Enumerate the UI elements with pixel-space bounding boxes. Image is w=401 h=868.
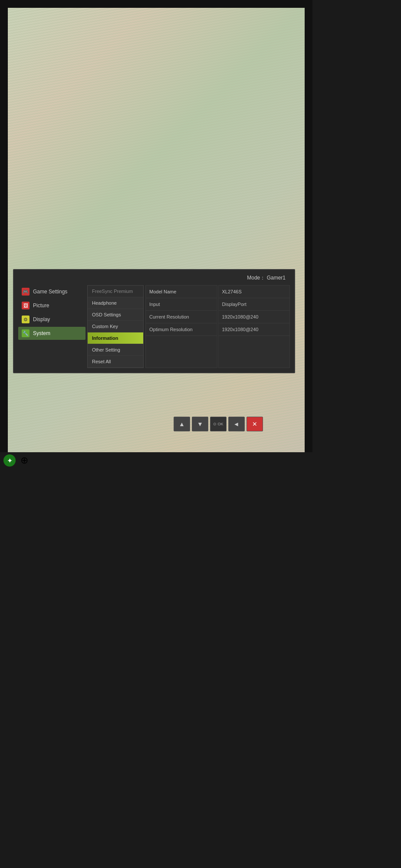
nav-system-label: System — [33, 330, 50, 336]
submenu-freesync-label: FreeSync Premium — [92, 289, 133, 294]
submenu-other-setting-label: Other Setting — [92, 347, 120, 352]
taskbar: ✦ ⊕ — [0, 452, 312, 469]
submenu-information-label: Information — [92, 335, 118, 341]
submenu-custom-key-label: Custom Key — [92, 324, 118, 329]
monitor-background — [0, 0, 312, 469]
info-labels-col: Model Name Input Current Resolution Opti… — [145, 285, 217, 368]
optimum-resolution-value: 1920x1080@240 — [219, 323, 290, 336]
info-panels: Model Name Input Current Resolution Opti… — [145, 285, 290, 368]
submenu-panel: FreeSync Premium Headphone OSD Settings … — [87, 285, 144, 368]
display-icon: ⚙ — [22, 316, 30, 323]
mode-bar: Mode： Gamer1 — [18, 274, 290, 282]
submenu-freesync[interactable]: FreeSync Premium — [88, 286, 143, 297]
game-settings-icon: 🎮 — [22, 288, 30, 296]
bottom-panel — [0, 469, 312, 868]
nav-system[interactable]: 🔧 System — [18, 327, 85, 340]
submenu-osd-settings[interactable]: OSD Settings — [88, 309, 143, 321]
nav-picture[interactable]: 🖼 Picture — [18, 299, 85, 312]
nav-game-settings[interactable]: 🎮 Game Settings — [18, 285, 85, 298]
mode-label: Mode： — [247, 275, 265, 281]
submenu-information[interactable]: Information — [88, 332, 143, 344]
osd-menu: Mode： Gamer1 🎮 Game Settings 🖼 Picture ⚙… — [13, 269, 295, 373]
nav-down-button[interactable]: ▼ — [192, 417, 208, 431]
nav-display[interactable]: ⚙ Display — [18, 313, 85, 326]
osd-nav-buttons: ▲ ▼ ⊙ OK ◄ ✕ — [174, 417, 263, 431]
submenu-headphone-label: Headphone — [92, 300, 117, 306]
submenu-osd-settings-label: OSD Settings — [92, 312, 121, 317]
current-resolution-value: 1920x1080@240 — [219, 311, 290, 323]
nav-game-settings-label: Game Settings — [33, 289, 67, 295]
current-resolution-label: Current Resolution — [146, 311, 217, 323]
osd-content: 🎮 Game Settings 🖼 Picture ⚙ Display 🔧 Sy… — [18, 285, 290, 368]
input-value: DisplayPort — [219, 298, 290, 311]
nav-left-button[interactable]: ◄ — [228, 417, 245, 431]
submenu-other-setting[interactable]: Other Setting — [88, 344, 143, 356]
model-name-label: Model Name — [146, 286, 217, 298]
chrome-icon[interactable]: ⊕ — [18, 454, 30, 467]
input-label: Input — [146, 298, 217, 311]
submenu-custom-key[interactable]: Custom Key — [88, 321, 143, 332]
system-icon: 🔧 — [22, 329, 30, 337]
nav-close-button[interactable]: ✕ — [247, 417, 263, 431]
mode-value: Gamer1 — [267, 275, 286, 281]
submenu-reset-all-label: Reset All — [92, 359, 111, 364]
picture-icon: 🖼 — [22, 302, 30, 309]
nav-display-label: Display — [33, 316, 50, 322]
xbox-icon[interactable]: ✦ — [3, 454, 16, 467]
submenu-reset-all[interactable]: Reset All — [88, 356, 143, 368]
model-name-value: XL2746S — [219, 286, 290, 298]
info-values-col: XL2746S DisplayPort 1920x1080@240 1920x1… — [218, 285, 290, 368]
nav-picture-label: Picture — [33, 302, 49, 309]
nav-ok-label: ⊙ OK — [210, 417, 227, 431]
nav-panel: 🎮 Game Settings 🖼 Picture ⚙ Display 🔧 Sy… — [18, 285, 85, 368]
optimum-resolution-label: Optimum Resolution — [146, 323, 217, 336]
nav-up-button[interactable]: ▲ — [174, 417, 190, 431]
submenu-headphone[interactable]: Headphone — [88, 297, 143, 309]
right-panel — [312, 0, 401, 868]
